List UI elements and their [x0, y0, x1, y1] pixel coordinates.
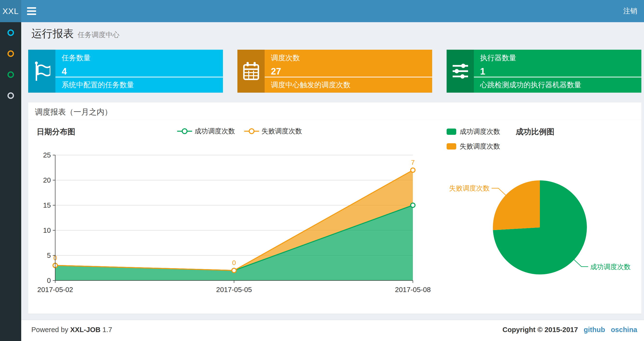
info-box-jobs: 任务数量 4 系统中配置的任务数量: [28, 50, 223, 93]
pie-label: 失败调度次数: [449, 184, 490, 192]
info-box-content: 执行器数量 1 心跳检测成功的执行器机器数量: [474, 50, 641, 93]
info-box-content: 调度次数 27 调度中心触发的调度次数: [265, 50, 432, 93]
sidebar-item[interactable]: [0, 85, 21, 106]
sidebar-toggle-button[interactable]: [27, 0, 42, 22]
info-box-description: 调度中心触发的调度次数: [271, 80, 350, 90]
y-tick-label: 15: [43, 201, 51, 209]
github-link[interactable]: github: [584, 326, 605, 334]
info-box-title: 执行器数量: [480, 53, 641, 63]
page-subtitle: 任务调度中心: [78, 30, 120, 40]
sidebar-item[interactable]: [0, 22, 21, 43]
info-box-icon-area: [238, 50, 265, 93]
y-tick-label: 20: [43, 176, 51, 184]
sidebar-item[interactable]: [0, 64, 21, 85]
circle-icon: [8, 92, 14, 99]
divider: [474, 77, 641, 77]
divider: [265, 77, 432, 77]
info-box-content: 任务数量 4 系统中配置的任务数量: [56, 50, 223, 93]
info-box-icon-area: [28, 50, 56, 93]
info-box-value: 1: [480, 66, 641, 77]
hamburger-icon: [27, 10, 36, 12]
schedule-report-panel: 调度报表（一月之内） 日期分布图 成功比例图 成功调度次数失败调度次数 成功调度…: [28, 103, 641, 314]
oschina-link[interactable]: oschina: [611, 326, 637, 334]
circle-icon: [8, 50, 14, 57]
x-tick-label: 2017-05-02: [37, 286, 73, 293]
y-tick-label: 10: [43, 226, 51, 234]
x-tick-label: 2017-05-05: [216, 286, 252, 293]
divider: [56, 77, 223, 77]
data-point[interactable]: [232, 268, 236, 272]
info-box-value: 4: [62, 66, 223, 77]
flag-icon: [34, 61, 50, 81]
info-box-triggers: 调度次数 27 调度中心触发的调度次数: [238, 50, 432, 93]
pie-slice-失败调度次数[interactable]: [493, 180, 540, 230]
pie-label-line: [574, 259, 588, 266]
page-title: 运行报表: [31, 27, 74, 41]
main-footer: Powered by XXL-JOB 1.7 Copyright © 2015-…: [21, 320, 644, 341]
data-point[interactable]: [411, 203, 415, 207]
product-name: XXL-JOB: [70, 326, 100, 333]
sliders-icon: [452, 63, 469, 80]
info-box-icon-area: [446, 50, 474, 93]
y-tick-label: 25: [43, 151, 51, 159]
info-box-description: 心跳检测成功的执行器机器数量: [480, 80, 581, 90]
hamburger-icon: [27, 7, 36, 9]
x-tick-label: 2017-05-08: [395, 286, 431, 293]
info-box-executors: 执行器数量 1 心跳检测成功的执行器机器数量: [446, 50, 641, 93]
calendar-icon: [243, 62, 260, 81]
app-logo[interactable]: XXL: [0, 0, 21, 22]
circle-icon: [8, 30, 14, 36]
pie-label-line: [492, 188, 506, 195]
data-point[interactable]: [411, 168, 415, 172]
info-box-value: 27: [271, 66, 432, 77]
hamburger-icon: [27, 14, 36, 15]
product-version: 1.7: [102, 326, 112, 333]
info-box-title: 任务数量: [62, 53, 223, 63]
footer-copyright: Copyright © 2015-2017 github oschina: [502, 326, 637, 334]
y-tick-label: 5: [47, 251, 51, 259]
logout-button[interactable]: 注销: [616, 0, 644, 22]
info-box-description: 系统中配置的任务数量: [62, 80, 134, 90]
top-navbar: XXL 注销: [0, 0, 644, 22]
charts-canvas: 00705101520252017-05-022017-05-052017-05…: [28, 103, 641, 314]
xxl-job-dashboard: XXL 注销 运行报表 任务调度中心 任务数量 4 系统中配置的任务数量: [0, 0, 644, 341]
point-label: 7: [411, 159, 415, 166]
pie-label: 成功调度次数: [590, 263, 630, 271]
powered-by-text: Powered by: [31, 326, 68, 333]
footer-powered-by: Powered by XXL-JOB 1.7: [31, 326, 112, 334]
sidebar-item[interactable]: [0, 43, 21, 64]
info-box-title: 调度次数: [271, 53, 432, 63]
sidebar-nav: [0, 22, 21, 341]
y-tick-label: 0: [47, 277, 51, 284]
point-label: 0: [232, 259, 236, 266]
circle-icon: [8, 71, 14, 78]
page-header: 运行报表 任务调度中心: [31, 27, 120, 41]
copyright-text: Copyright © 2015-2017: [502, 326, 578, 334]
